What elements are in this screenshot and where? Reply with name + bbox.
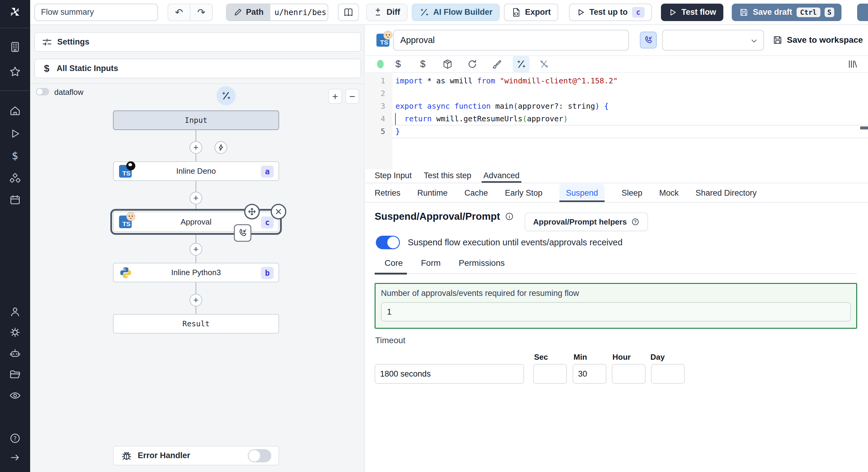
- step-title-input[interactable]: [393, 30, 629, 50]
- timeout-day-input[interactable]: [651, 364, 685, 384]
- flow-node-result[interactable]: Result: [113, 314, 279, 334]
- error-handler-label: Error Handler: [138, 451, 190, 460]
- path-group[interactable]: Path u/henri/bes: [226, 4, 328, 21]
- sidebar: $ ?: [0, 0, 30, 472]
- diff-button[interactable]: Diff: [366, 4, 407, 21]
- tab-suspend-active[interactable]: Suspend: [559, 184, 605, 202]
- flow-node-input[interactable]: Input: [113, 110, 279, 130]
- approval-phone-button[interactable]: [640, 32, 657, 48]
- approvals-required-input[interactable]: [381, 302, 851, 322]
- path-value[interactable]: u/henri/bes: [270, 4, 328, 21]
- zoom-in-button[interactable]: +: [328, 89, 342, 104]
- tab-step-input[interactable]: Step Input: [375, 169, 412, 183]
- ai-wand-button[interactable]: [216, 86, 236, 105]
- deploy-button-partial[interactable]: [857, 4, 868, 21]
- sidebar-item-ai[interactable]: [8, 347, 22, 360]
- sidebar-expand-icon[interactable]: [8, 451, 22, 464]
- undo-button[interactable]: ↶: [168, 4, 190, 21]
- save-to-workspace-button[interactable]: Save to workspace: [772, 35, 863, 45]
- flow-node-inline-python[interactable]: Inline Python3 b: [113, 263, 279, 282]
- tab-shared-directory[interactable]: Shared Directory: [695, 184, 757, 202]
- phone-incoming-icon: [238, 228, 247, 238]
- svg-text:$: $: [44, 63, 50, 74]
- tab-core-active[interactable]: Core: [384, 258, 403, 273]
- test-up-to-button[interactable]: Test up to c: [569, 4, 652, 21]
- tab-runtime[interactable]: Runtime: [417, 184, 448, 202]
- ai-assistant-button[interactable]: [513, 56, 530, 72]
- sidebar-item-users[interactable]: [8, 305, 22, 318]
- sidebar-item-favorites[interactable]: [8, 65, 22, 78]
- add-step-button[interactable]: +: [190, 192, 202, 204]
- zoom-out-button[interactable]: −: [345, 89, 359, 104]
- library-button[interactable]: [846, 58, 859, 71]
- error-handler-card[interactable]: Error Handler: [113, 446, 279, 465]
- approval-emoji-icon: [383, 31, 393, 40]
- cache-select[interactable]: [662, 30, 764, 50]
- sub-tabs-divider: [375, 273, 857, 274]
- flow-settings-card[interactable]: Settings: [34, 32, 361, 52]
- timeout-hour-input[interactable]: [612, 364, 646, 384]
- step-id-badge: c: [261, 216, 274, 229]
- timeout-sec-input[interactable]: [533, 364, 567, 384]
- timeout-label: Timeout: [375, 336, 405, 345]
- add-step-button[interactable]: +: [190, 141, 202, 154]
- tab-retries[interactable]: Retries: [375, 184, 401, 202]
- package-button[interactable]: [441, 58, 454, 71]
- tab-early-stop[interactable]: Early Stop: [505, 184, 542, 202]
- tab-sleep[interactable]: Sleep: [621, 184, 642, 202]
- tab-advanced-active[interactable]: Advanced: [484, 169, 520, 183]
- tab-permissions[interactable]: Permissions: [459, 258, 504, 273]
- sidebar-item-audit[interactable]: [8, 389, 22, 402]
- typescript-icon: TS: [119, 165, 132, 178]
- timeout-total-input[interactable]: [375, 364, 524, 384]
- all-static-inputs-card[interactable]: $ All Static Inputs: [34, 59, 361, 78]
- node-label: Result: [114, 319, 278, 328]
- resource-picker-button[interactable]: $: [416, 58, 430, 71]
- save-draft-button[interactable]: Save draft Ctrl S: [732, 4, 841, 21]
- code-editor[interactable]: 1 2 3 4 5 import * as wmill from "windmi…: [365, 72, 868, 169]
- dataflow-toggle[interactable]: [36, 88, 49, 95]
- flow-summary-input[interactable]: [34, 4, 158, 21]
- typescript-icon: TS: [119, 215, 132, 228]
- sidebar-item-variables[interactable]: $: [8, 149, 22, 163]
- error-handler-toggle[interactable]: [248, 449, 271, 462]
- ai-off-button[interactable]: [537, 58, 551, 71]
- sidebar-item-home[interactable]: [8, 104, 22, 117]
- path-label-segment: Path: [227, 4, 270, 21]
- tab-test-this-step[interactable]: Test this step: [424, 169, 471, 183]
- suspend-heading-row: Suspend/Approval/Prompt: [375, 211, 514, 222]
- sidebar-item-schedules[interactable]: [8, 193, 22, 206]
- trigger-button[interactable]: [215, 141, 227, 154]
- tab-cache[interactable]: Cache: [464, 184, 488, 202]
- timeout-min-input[interactable]: [572, 364, 607, 384]
- export-button[interactable]: Export: [504, 4, 558, 21]
- approval-prompt-helpers-button[interactable]: Approval/Prompt helpers ?: [525, 212, 648, 231]
- sidebar-item-runs[interactable]: [8, 127, 22, 140]
- sidebar-item-help[interactable]: ?: [8, 432, 22, 445]
- reload-button[interactable]: [466, 58, 479, 71]
- tab-mock[interactable]: Mock: [659, 184, 679, 202]
- sidebar-item-settings[interactable]: [8, 326, 22, 339]
- windmill-logo[interactable]: [8, 5, 22, 19]
- add-step-button[interactable]: +: [190, 294, 202, 306]
- sidebar-item-resources[interactable]: [8, 172, 22, 185]
- approval-phone-badge[interactable]: [234, 224, 251, 242]
- overview-ruler-mark: [860, 127, 868, 129]
- add-step-button[interactable]: +: [190, 243, 202, 256]
- sidebar-item-folders[interactable]: [8, 368, 22, 381]
- flow-node-inline-deno[interactable]: TS Inline Deno a: [113, 161, 279, 181]
- move-step-handle[interactable]: [244, 204, 260, 220]
- editor-toolbar: $ $: [365, 56, 868, 72]
- sidebar-item-workspace[interactable]: [8, 40, 22, 54]
- ai-flow-builder-button[interactable]: AI Flow Builder: [412, 4, 500, 21]
- export-label: Export: [525, 7, 551, 17]
- docs-button[interactable]: [338, 4, 359, 21]
- delete-step-button[interactable]: [271, 204, 286, 220]
- close-icon: [275, 208, 282, 215]
- format-brush-button[interactable]: [490, 58, 504, 71]
- tab-form[interactable]: Form: [421, 258, 441, 273]
- test-flow-button[interactable]: Test flow: [661, 4, 723, 21]
- redo-button[interactable]: ↷: [190, 4, 212, 21]
- variable-picker-button[interactable]: $: [392, 58, 405, 71]
- suspend-toggle[interactable]: [376, 236, 400, 249]
